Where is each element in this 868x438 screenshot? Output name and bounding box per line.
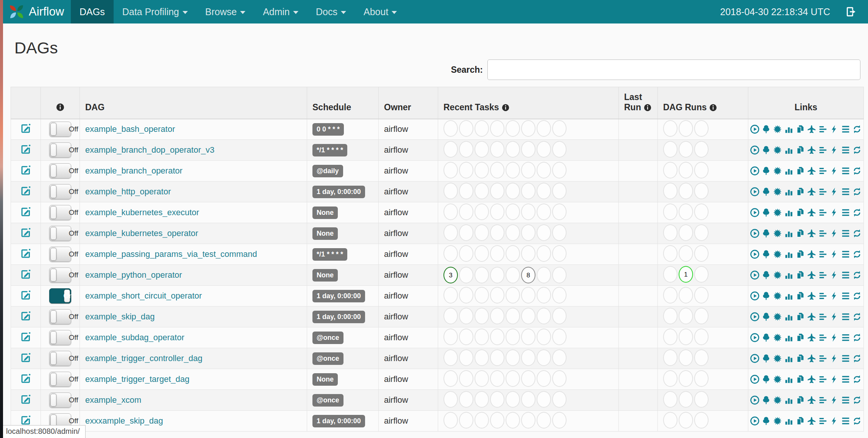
edit-dag-icon[interactable] <box>20 248 31 259</box>
logs-icon[interactable] <box>841 228 851 238</box>
trigger-dag-icon[interactable] <box>750 249 760 259</box>
task-instance-circle[interactable] <box>537 349 551 366</box>
dag-name-link[interactable]: example_trigger_target_dag <box>85 374 189 384</box>
dag-pause-toggle[interactable]: Off <box>49 247 71 262</box>
refresh-icon[interactable] <box>852 145 862 155</box>
task-instance-circle[interactable] <box>552 287 567 303</box>
dag-run-circle[interactable] <box>663 224 678 241</box>
dag-run-circle[interactable] <box>694 141 709 158</box>
dag-run-circle[interactable] <box>663 245 678 262</box>
task-instance-circle[interactable] <box>521 245 535 262</box>
code-view-icon[interactable] <box>829 145 839 155</box>
task-duration-icon[interactable] <box>784 333 794 343</box>
trigger-dag-icon[interactable] <box>750 166 760 176</box>
task-instance-circle[interactable] <box>475 162 489 178</box>
dag-run-circle[interactable] <box>663 203 678 220</box>
task-instance-circle[interactable] <box>521 183 535 199</box>
dag-run-circle[interactable] <box>663 287 678 303</box>
task-instance-circle[interactable] <box>506 370 520 387</box>
gantt-icon[interactable] <box>818 249 828 259</box>
task-instance-circle[interactable] <box>537 162 551 178</box>
task-instance-circle[interactable] <box>537 391 551 408</box>
logs-icon[interactable] <box>841 145 851 155</box>
gantt-icon[interactable] <box>818 208 828 217</box>
task-instance-circle[interactable]: 8 <box>521 267 535 283</box>
tree-view-icon[interactable] <box>761 145 771 155</box>
task-instance-circle[interactable] <box>459 370 473 387</box>
refresh-icon[interactable] <box>852 333 862 343</box>
trigger-dag-icon[interactable] <box>750 208 760 217</box>
task-instance-circle[interactable] <box>552 308 567 324</box>
edit-dag-icon[interactable] <box>20 144 31 155</box>
logs-icon[interactable] <box>841 124 851 134</box>
dag-run-circle[interactable] <box>679 224 693 241</box>
refresh-icon[interactable] <box>852 291 862 301</box>
dag-name-link[interactable]: example_branch_operator <box>85 166 183 175</box>
tree-view-icon[interactable] <box>761 228 771 238</box>
task-instance-circle[interactable] <box>521 141 535 158</box>
code-view-icon[interactable] <box>829 312 839 322</box>
dag-run-circle[interactable] <box>694 370 709 387</box>
task-tries-icon[interactable] <box>795 208 805 217</box>
schedule-badge[interactable]: None <box>312 269 338 282</box>
task-tries-icon[interactable] <box>795 416 805 426</box>
dag-pause-toggle[interactable]: Off <box>49 351 71 366</box>
graph-view-icon[interactable] <box>773 145 782 155</box>
task-instance-circle[interactable] <box>459 391 473 408</box>
task-instance-circle[interactable] <box>521 120 535 137</box>
gantt-icon[interactable] <box>818 145 828 155</box>
logs-icon[interactable] <box>841 208 851 217</box>
trigger-dag-icon[interactable] <box>750 145 760 155</box>
gantt-icon[interactable] <box>818 291 828 301</box>
dag-run-circle[interactable] <box>663 266 678 283</box>
task-instance-circle[interactable] <box>552 245 567 262</box>
task-instance-circle[interactable] <box>490 349 504 366</box>
edit-dag-icon[interactable] <box>20 394 31 405</box>
landing-times-icon[interactable] <box>807 291 816 301</box>
dag-run-circle[interactable] <box>679 183 693 199</box>
dag-run-circle[interactable] <box>694 224 709 241</box>
gantt-icon[interactable] <box>818 124 828 134</box>
dag-run-circle[interactable] <box>663 328 678 345</box>
edit-dag-icon[interactable] <box>20 123 31 134</box>
logout-icon[interactable] <box>845 6 857 18</box>
task-instance-circle[interactable] <box>506 162 520 178</box>
task-instance-circle[interactable] <box>490 308 504 324</box>
landing-times-icon[interactable] <box>807 249 816 259</box>
edit-dag-icon[interactable] <box>20 331 31 343</box>
edit-dag-icon[interactable] <box>20 185 31 197</box>
nav-item-dags[interactable]: DAGs <box>71 0 114 23</box>
dag-name-link[interactable]: example_http_operator <box>85 187 171 196</box>
tree-view-icon[interactable] <box>761 354 771 363</box>
task-instance-circle[interactable] <box>443 412 458 429</box>
code-view-icon[interactable] <box>829 270 839 280</box>
landing-times-icon[interactable] <box>807 395 816 405</box>
task-instance-circle[interactable] <box>506 245 520 262</box>
task-instance-circle[interactable] <box>552 267 567 283</box>
task-instance-circle[interactable] <box>475 224 489 241</box>
task-instance-circle[interactable] <box>506 308 520 324</box>
landing-times-icon[interactable] <box>807 312 816 322</box>
schedule-badge[interactable]: 1 day, 0:00:00 <box>312 415 365 427</box>
tree-view-icon[interactable] <box>761 395 771 405</box>
landing-times-icon[interactable] <box>807 228 816 238</box>
dag-name-link[interactable]: example_branch_dop_operator_v3 <box>85 145 214 155</box>
dag-run-circle[interactable] <box>663 141 678 158</box>
refresh-icon[interactable] <box>852 124 862 134</box>
refresh-icon[interactable] <box>852 395 862 405</box>
graph-view-icon[interactable] <box>773 395 782 405</box>
task-instance-circle[interactable] <box>459 162 473 178</box>
task-instance-circle[interactable] <box>459 183 473 199</box>
task-instance-circle[interactable] <box>506 328 520 345</box>
logs-icon[interactable] <box>841 395 851 405</box>
task-instance-circle[interactable] <box>537 203 551 220</box>
graph-view-icon[interactable] <box>773 312 782 322</box>
task-instance-circle[interactable] <box>459 224 473 241</box>
task-instance-circle[interactable] <box>443 141 458 158</box>
dag-name-link[interactable]: example_skip_dag <box>85 312 155 321</box>
dag-pause-toggle[interactable]: Off <box>49 309 71 324</box>
logs-icon[interactable] <box>841 291 851 301</box>
logs-icon[interactable] <box>841 374 851 384</box>
tree-view-icon[interactable] <box>761 416 771 426</box>
task-instance-circle[interactable] <box>443 391 458 408</box>
